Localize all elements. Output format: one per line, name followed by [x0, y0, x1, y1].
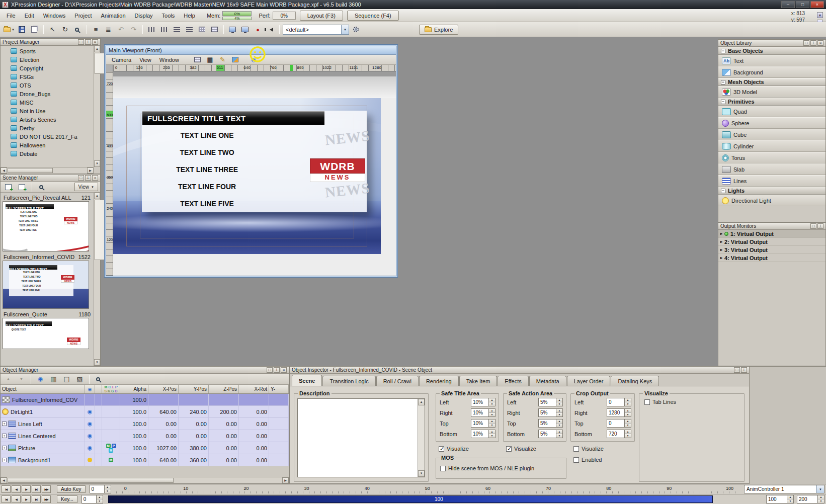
tree-item-not-in-use[interactable]: Not in Use [1, 107, 94, 115]
virtual-output-1[interactable]: ▸ 1: Virtual Output [718, 230, 825, 238]
texture-preview-button[interactable] [229, 55, 241, 64]
checkbox[interactable] [644, 399, 650, 405]
step-back-button-2[interactable]: ◀ [12, 495, 21, 503]
spin-down-icon[interactable]: ▼ [818, 499, 824, 503]
copy-button[interactable] [29, 24, 40, 35]
eye-icon[interactable]: ◉ [88, 445, 93, 451]
column-alpha[interactable]: Alpha [120, 385, 148, 393]
object-row-scene-root[interactable]: Fullscreen_Informed_COV 100.0 [1, 394, 289, 406]
library-item-lines[interactable]: Lines [718, 175, 825, 187]
go-first-frame-button-2[interactable]: |◀ [2, 495, 11, 503]
group-lights[interactable]: −Lights [718, 187, 825, 195]
group-mesh-objects[interactable]: −Mesh Objects [718, 78, 825, 86]
spin-up-icon[interactable]: ▲ [556, 398, 562, 402]
scene-list-vscrollbar[interactable]: ▲ ▼ [94, 193, 100, 366]
go-last-frame-button-2[interactable]: ▶| [32, 495, 41, 503]
spin-down-icon[interactable]: ▼ [556, 424, 562, 427]
safe-title-visualize-checkbox[interactable]: Visualize [439, 446, 469, 452]
library-item-quad[interactable]: Quad [718, 106, 825, 117]
collapse-icon[interactable]: − [721, 80, 725, 85]
tab-layer-order[interactable]: Layer Order [567, 376, 611, 386]
menu-windows[interactable]: Windows [39, 11, 70, 21]
safe-title-top-spinner[interactable]: 10%▲▼ [471, 419, 495, 428]
expand-icon[interactable]: + [2, 446, 7, 450]
crop-right-spinner[interactable]: 1280▲▼ [607, 408, 631, 417]
spin-up-icon[interactable]: ▲ [625, 409, 631, 413]
expand-triangle-icon[interactable]: ▸ [720, 256, 722, 260]
spin-down-icon[interactable]: ▼ [625, 402, 631, 406]
scene-item-label[interactable]: Fullscreen_Informed_COVID 1522 [3, 254, 92, 261]
scrollbar-thumb[interactable] [8, 168, 53, 173]
spin-down-icon[interactable]: ▼ [489, 424, 495, 427]
scene-item-label[interactable]: Fullscreen_Pic_Reveal ALL 121 [3, 194, 92, 201]
library-item-cylinder[interactable]: Cylinder [718, 140, 825, 152]
menu-edit[interactable]: Edit [20, 11, 39, 21]
align-left-button[interactable]: ≡ [90, 24, 102, 35]
timeline-range-bar[interactable]: 100 [108, 495, 713, 503]
safe-title-right-spinner[interactable]: 10%▲▼ [471, 408, 495, 417]
redo-button[interactable]: ↷ [128, 24, 139, 35]
column-ypos[interactable]: Y-Pos [179, 385, 209, 393]
tab-roll-crawl[interactable]: Roll / Crawl [376, 376, 419, 386]
add-scene-button[interactable] [3, 183, 14, 192]
distribute-h-button[interactable] [146, 24, 157, 35]
object-row-dirlight1[interactable]: DirLight1 ◉ 100.0 640.00 240.00 200.00 0… [1, 406, 289, 418]
tab-transition-logic[interactable]: Transition Logic [322, 376, 375, 386]
step-back-button[interactable]: ◀ [12, 485, 21, 493]
viewport-menu-view[interactable]: View [136, 56, 155, 64]
library-item-torus[interactable]: Torus [718, 152, 825, 163]
tree-item-debate[interactable]: Debate [1, 149, 94, 158]
expand-icon[interactable]: + [2, 434, 7, 438]
list-view-button[interactable]: ▦ [48, 375, 59, 384]
expand-icon[interactable]: + [2, 458, 7, 462]
undo-button[interactable]: ↶ [115, 24, 127, 35]
library-item-background[interactable]: Background [718, 66, 825, 78]
preset-dropdown[interactable]: <default>▼ [283, 25, 349, 35]
play-button-2[interactable]: ▶ [22, 495, 31, 503]
menu-project[interactable]: Project [70, 11, 96, 21]
column-xpos[interactable]: X-Pos [148, 385, 179, 393]
project-tree-vscrollbar[interactable]: ▲ ▼ [94, 46, 100, 167]
preview-monitor-button[interactable] [227, 24, 238, 35]
spin-down-icon[interactable]: ▼ [489, 402, 495, 406]
duration-spinner[interactable]: 100▲▼ [766, 495, 794, 503]
record-button[interactable]: ● [252, 24, 264, 35]
tab-datalinq-keys[interactable]: Datalinq Keys [611, 376, 659, 386]
tab-scene[interactable]: Scene [292, 375, 322, 386]
grid-toggle-button[interactable]: ▦ [204, 55, 216, 64]
safe-title-left-spinner[interactable]: 10%▲▼ [471, 398, 495, 406]
crop-top-spinner[interactable]: 0▲▼ [607, 419, 631, 428]
panel-close-icon[interactable]: × [92, 39, 98, 45]
open-dropdown-icon[interactable]: ▼ [12, 28, 15, 31]
spin-down-icon[interactable]: ▼ [556, 402, 562, 406]
edit-mode-button[interactable]: ✎ [217, 55, 228, 64]
tree-item-artists-scenes[interactable]: Artist's Scenes [1, 115, 94, 124]
preset-dropdown-arrow-icon[interactable]: ▼ [341, 25, 349, 34]
layout-f3-button[interactable]: Layout (F3) [300, 11, 343, 21]
search-objects-button[interactable] [93, 375, 105, 384]
end-frame-spinner[interactable]: 200▲▼ [797, 495, 824, 503]
safe-action-bottom-spinner[interactable]: 5%▲▼ [538, 430, 563, 438]
table-view-button[interactable] [192, 55, 203, 64]
checkbox[interactable] [440, 466, 446, 471]
play-button[interactable]: ▶ [22, 485, 31, 493]
distribute-v2-button[interactable] [184, 24, 195, 35]
distribute-v-button[interactable] [171, 24, 183, 35]
timeline-range-track[interactable]: 100 [108, 495, 761, 503]
checkbox[interactable] [573, 457, 579, 463]
virtual-output-2[interactable]: ▸ 2: Virtual Output [718, 238, 825, 246]
scene-thumbnail-informed-covid[interactable]: FULLSCREEN TITLE TEXT TEXT LINE ONE TEXT… [3, 261, 89, 309]
scroll-down-icon[interactable]: ▼ [94, 359, 100, 366]
fast-forward-button-2[interactable]: ▶▶ [42, 495, 51, 503]
visibility-toggle-button[interactable]: ◉ [35, 375, 46, 384]
description-vscrollbar[interactable]: ▲ ▼ [418, 399, 425, 477]
mos-hide-checkbox[interactable]: Hide scene from MOS / NLE plugin [440, 465, 534, 471]
collapse-icon[interactable]: − [721, 49, 725, 53]
safe-action-top-spinner[interactable]: 5%▲▼ [538, 419, 563, 428]
open-project-button[interactable]: ▼ [3, 24, 15, 35]
spin-up-icon[interactable]: ▲ [625, 430, 631, 434]
zoom-tool-button[interactable] [72, 24, 84, 35]
spin-up-icon[interactable]: ▲ [489, 430, 495, 434]
row-view-button[interactable]: ▤ [61, 375, 72, 384]
scene-thumbnail-pic-reveal[interactable]: FULLSCREEN TITLE TEXT TEXT LINE ONE TEXT… [3, 201, 89, 251]
